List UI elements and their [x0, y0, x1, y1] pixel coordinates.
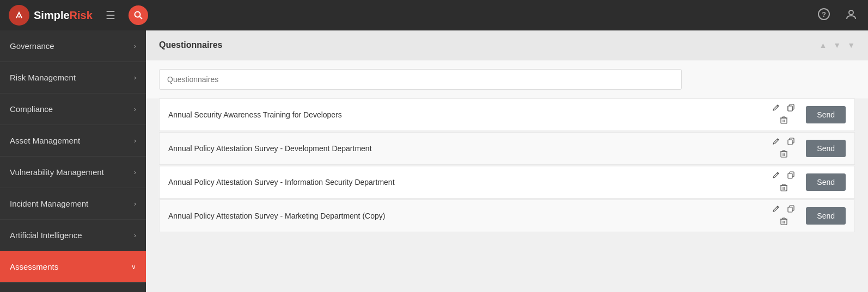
navbar-left: SimpleRisk ☰ [9, 5, 148, 26]
arrow-up-button[interactable]: ▲ [819, 41, 827, 49]
delete-icon-button[interactable] [778, 216, 790, 228]
questionnaire-list: Annual Security Awareness Training for D… [146, 98, 868, 246]
edit-icon-button[interactable] [770, 136, 782, 148]
table-row: Annual Policy Attestation Survey - Marke… [159, 200, 855, 232]
search-input[interactable] [159, 69, 682, 90]
svg-rect-36 [788, 207, 792, 212]
chevron-icon-compliance: › [134, 105, 136, 113]
questionnaire-name: Annual Policy Attestation Survey - Infor… [168, 178, 770, 187]
table-row: Annual Policy Attestation Survey - Infor… [159, 166, 855, 198]
sidebar-item-vulnerability-management[interactable]: Vulnerability Management › [0, 157, 146, 188]
arrow-down-button[interactable]: ▼ [847, 41, 855, 49]
edit-delete-group [770, 136, 797, 160]
logo[interactable]: SimpleRisk [9, 5, 93, 26]
search-button[interactable] [129, 5, 148, 25]
copy-icon-button[interactable] [785, 204, 797, 215]
sidebar-label-governance: Governance [10, 41, 54, 51]
chevron-icon-asset-management: › [134, 137, 136, 145]
section-arrows: ▲ ▼ ▼ [819, 41, 855, 49]
row-actions: Send [770, 103, 846, 127]
edit-delete-group [770, 170, 797, 194]
logo-icon [9, 5, 29, 26]
svg-rect-9 [788, 106, 792, 111]
sidebar-label-risk-management: Risk Management [10, 73, 76, 82]
send-button-1[interactable]: Send [806, 106, 846, 123]
svg-point-2 [135, 12, 140, 17]
sidebar-item-asset-management[interactable]: Asset Management › [0, 125, 146, 157]
icon-row-top [770, 136, 797, 148]
row-actions: Send [770, 204, 846, 228]
help-button[interactable]: ? [816, 6, 832, 25]
navbar: SimpleRisk ☰ ? [0, 0, 868, 30]
delete-icon-button[interactable] [778, 149, 790, 160]
search-container [146, 60, 868, 98]
questionnaire-name: Annual Policy Attestation Survey - Devel… [168, 144, 770, 153]
delete-icon-button[interactable] [778, 115, 790, 127]
copy-icon-button[interactable] [785, 136, 797, 148]
svg-rect-28 [781, 185, 787, 191]
sidebar: Governance › Risk Management › Complianc… [0, 30, 146, 292]
edit-delete-group [770, 204, 797, 228]
sidebar-label-vulnerability-management: Vulnerability Management [10, 167, 104, 177]
arrow-mid-button[interactable]: ▼ [833, 41, 841, 49]
chevron-icon-governance: › [134, 42, 136, 50]
navbar-right: ? [816, 6, 859, 25]
row-actions: Send [770, 170, 846, 194]
copy-icon-button[interactable] [785, 103, 797, 114]
sidebar-item-risk-management[interactable]: Risk Management › [0, 62, 146, 94]
questionnaire-name: Annual Policy Attestation Survey - Marke… [168, 212, 770, 220]
sidebar-label-incident-management: Incident Management [10, 199, 88, 208]
svg-line-3 [139, 17, 142, 20]
icon-row-top [770, 204, 797, 215]
copy-icon-button[interactable] [785, 170, 797, 182]
hamburger-button[interactable]: ☰ [101, 7, 120, 24]
sidebar-label-assessments: Assessments [10, 262, 58, 271]
sidebar-label-asset-management: Asset Management [10, 136, 80, 145]
svg-rect-37 [781, 219, 787, 225]
table-row: Annual Policy Attestation Survey - Devel… [159, 132, 855, 165]
svg-point-6 [849, 10, 853, 15]
sidebar-item-incident-management[interactable]: Incident Management › [0, 188, 146, 220]
sidebar-label-compliance: Compliance [10, 104, 53, 114]
section-title: Questionnaires [159, 40, 222, 50]
table-row: Annual Security Awareness Training for D… [159, 98, 855, 131]
edit-delete-group [770, 103, 797, 127]
send-button-2[interactable]: Send [806, 140, 846, 157]
sidebar-item-compliance[interactable]: Compliance › [0, 94, 146, 125]
questionnaire-name: Annual Security Awareness Training for D… [168, 110, 770, 119]
edit-icon-button[interactable] [770, 103, 782, 114]
icon-row-top [770, 103, 797, 114]
icon-row-top [770, 170, 797, 182]
svg-rect-18 [788, 140, 792, 145]
chevron-icon-vulnerability-management: › [134, 169, 136, 176]
user-button[interactable] [843, 6, 859, 25]
edit-icon-button[interactable] [770, 204, 782, 215]
sidebar-item-governance[interactable]: Governance › [0, 30, 146, 62]
svg-text:?: ? [822, 10, 826, 18]
chevron-icon-risk-management: › [134, 74, 136, 82]
sidebar-label-artificial-intelligence: Artificial Intelligence [10, 231, 82, 240]
main-content: Questionnaires ▲ ▼ ▼ Annual Security Awa… [146, 30, 868, 292]
sidebar-item-assessments[interactable]: Assessments ∨ [0, 251, 146, 283]
chevron-icon-incident-management: › [134, 200, 136, 208]
logo-text: SimpleRisk [34, 9, 93, 22]
chevron-icon-artificial-intelligence: › [134, 232, 136, 239]
sidebar-item-artificial-intelligence[interactable]: Artificial Intelligence › [0, 220, 146, 251]
svg-rect-27 [788, 173, 792, 178]
svg-rect-10 [781, 118, 787, 123]
chevron-icon-assessments: ∨ [131, 263, 136, 271]
layout: Governance › Risk Management › Complianc… [0, 30, 868, 292]
row-actions: Send [770, 136, 846, 160]
section-header: Questionnaires ▲ ▼ ▼ [146, 30, 868, 60]
delete-icon-button[interactable] [778, 183, 790, 194]
send-button-3[interactable]: Send [806, 173, 846, 191]
svg-rect-19 [781, 152, 787, 157]
send-button-4[interactable]: Send [806, 207, 846, 225]
edit-icon-button[interactable] [770, 170, 782, 182]
svg-point-1 [19, 16, 20, 18]
